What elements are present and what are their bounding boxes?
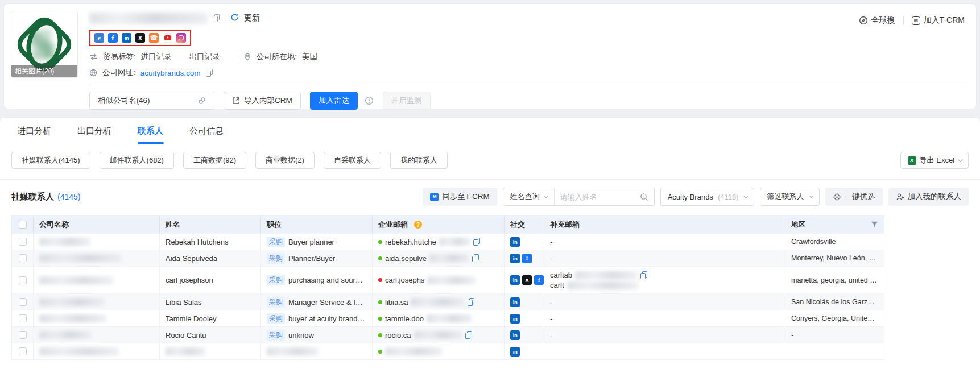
related-images-label[interactable]: 相关图片(20) xyxy=(11,65,77,77)
copy-icon[interactable] xyxy=(472,254,479,262)
social-cell: in xyxy=(505,234,544,250)
import-internal-crm-button[interactable]: 导入内部CRM xyxy=(224,92,301,110)
help-icon[interactable] xyxy=(414,221,422,229)
row-select-cell xyxy=(12,343,34,359)
copy-icon[interactable] xyxy=(468,298,474,306)
instagram-icon[interactable] xyxy=(176,33,186,43)
tab-company-info[interactable]: 公司信息 xyxy=(189,118,224,144)
company-filter-select[interactable]: Acuity Brands (4118) xyxy=(660,188,754,206)
contact-name: Tammie Dooley xyxy=(166,314,217,323)
row-checkbox[interactable] xyxy=(19,298,27,306)
email-redacted xyxy=(427,276,475,284)
website-icon[interactable]: e xyxy=(94,33,104,43)
company-logo[interactable]: 相关图片(20) xyxy=(11,11,78,78)
email-prefix: tammie.doo xyxy=(385,314,424,323)
extra-email-text: - xyxy=(550,298,552,307)
trade-tag-export[interactable]: 出口记录 xyxy=(189,52,220,62)
table-row: Tammie Dooley采购buyer at acuity brands li… xyxy=(12,310,884,327)
tab-export-analysis[interactable]: 出口分析 xyxy=(77,118,111,144)
copy-website-icon[interactable] xyxy=(206,69,213,77)
update-button[interactable]: 更新 xyxy=(244,13,260,23)
one-click-select-button[interactable]: 一键优选 xyxy=(825,188,883,206)
email-cell: libia.sa xyxy=(373,294,505,310)
linkedin-icon[interactable]: in xyxy=(510,347,520,357)
extra-email-text: - xyxy=(550,314,552,323)
chip-social-contacts[interactable]: 社媒联系人(4145) xyxy=(11,152,90,169)
phone-icon[interactable]: ☎ xyxy=(149,33,159,43)
filter-funnel-icon[interactable] xyxy=(871,221,878,228)
linkedin-icon[interactable]: in xyxy=(510,254,520,263)
select-all-checkbox[interactable] xyxy=(19,221,27,229)
position-cell: 采购buyer at acuity brands lig... xyxy=(261,310,373,326)
position-text: Manager Service & Invent... xyxy=(288,298,366,307)
similar-companies-label: 相似公司名(46) xyxy=(98,96,150,106)
chip-email-contacts[interactable]: 邮件联系人(682) xyxy=(100,152,174,169)
join-radar-button[interactable]: 加入雷达 xyxy=(310,92,358,110)
chip-my-contacts[interactable]: 我的联系人 xyxy=(390,152,448,169)
linkedin-icon[interactable]: in xyxy=(510,330,520,340)
email-cell: rebekah.hutche xyxy=(373,234,505,250)
x-icon[interactable]: X xyxy=(522,275,532,285)
contact-source-filter-row: 社媒联系人(4145) 邮件联系人(682) 工商数据(92) 商业数据(2) … xyxy=(0,144,980,180)
linkedin-icon[interactable]: in xyxy=(510,275,520,285)
copy-icon[interactable] xyxy=(640,271,647,279)
chip-self-collected[interactable]: 自采联系人 xyxy=(324,152,381,169)
row-checkbox[interactable] xyxy=(19,331,27,339)
email-status-dot xyxy=(378,278,382,282)
linkedin-icon[interactable]: in xyxy=(510,297,520,307)
row-checkbox[interactable] xyxy=(19,238,27,246)
copy-icon[interactable] xyxy=(473,238,480,246)
row-select-cell xyxy=(12,267,34,293)
name-cell: Aida Sepulveda xyxy=(160,250,261,266)
add-my-contacts-button[interactable]: 加入我的联系人 xyxy=(888,188,969,206)
position-text: purchasing and sourcing ... xyxy=(288,276,366,284)
copy-company-name-icon[interactable] xyxy=(213,14,220,22)
export-excel-button[interactable]: 导出 Excel xyxy=(900,152,969,169)
linkedin-icon[interactable]: in xyxy=(122,33,131,43)
tab-import-analysis[interactable]: 进口分析 xyxy=(17,118,51,144)
refresh-icon[interactable] xyxy=(230,13,239,23)
facebook-icon[interactable]: f xyxy=(108,33,118,43)
tab-contacts[interactable]: 联系人 xyxy=(138,118,163,144)
trade-tag-import[interactable]: 进口记录 xyxy=(141,52,172,62)
name-query-dropdown[interactable]: 姓名查询 xyxy=(503,188,555,205)
row-select-cell xyxy=(12,310,34,326)
sync-tcrm-button[interactable]: 同步至T-CRM xyxy=(423,188,497,206)
website-link[interactable]: acuitybrands.com xyxy=(140,69,201,77)
join-tcrm-button[interactable]: 加入T-CRM xyxy=(912,15,965,26)
email-redacted xyxy=(567,281,638,289)
row-checkbox[interactable] xyxy=(19,314,27,322)
linkedin-icon[interactable]: in xyxy=(510,314,520,324)
copy-icon[interactable] xyxy=(465,331,472,339)
trade-label: 贸易标签: xyxy=(103,52,136,62)
compass-icon xyxy=(859,16,868,25)
linkedin-icon[interactable]: in xyxy=(510,237,520,247)
chip-business-registry[interactable]: 工商数据(92) xyxy=(183,152,246,169)
optimize-icon xyxy=(833,193,841,201)
column-header-email: 企业邮箱 xyxy=(373,216,505,234)
email-status-dot xyxy=(378,240,382,244)
info-icon[interactable] xyxy=(365,96,374,105)
company-cell xyxy=(34,234,160,250)
globe-icon xyxy=(89,69,97,77)
row-checkbox[interactable] xyxy=(19,276,27,284)
extra-email-line: carltab xyxy=(550,271,647,279)
chip-commercial-data[interactable]: 商业数据(2) xyxy=(255,152,315,169)
x-twitter-icon[interactable]: X xyxy=(135,33,145,43)
email-redacted xyxy=(575,271,638,279)
filter-contacts-dropdown[interactable]: 筛选联系人 xyxy=(760,188,820,206)
contacts-table-header: 公司名称 姓名 职位 企业邮箱 社交 补充邮箱 地区 xyxy=(12,216,884,234)
global-search-button[interactable]: 全球搜 xyxy=(859,15,895,26)
email-cell: tammie.doo xyxy=(373,310,505,326)
start-monitor-button[interactable]: 开启监测 xyxy=(383,92,431,110)
search-icon[interactable] xyxy=(640,193,648,201)
youtube-icon[interactable] xyxy=(163,33,172,43)
facebook-icon[interactable]: f xyxy=(534,275,544,285)
extra-email-line: carlt xyxy=(550,281,647,289)
row-checkbox[interactable] xyxy=(19,254,27,262)
name-search-input[interactable] xyxy=(555,188,640,205)
facebook-icon[interactable]: f xyxy=(522,254,532,263)
row-checkbox[interactable] xyxy=(19,347,27,355)
similar-companies-button[interactable]: 相似公司名(46) xyxy=(89,92,214,110)
company-name-redacted xyxy=(39,298,105,306)
